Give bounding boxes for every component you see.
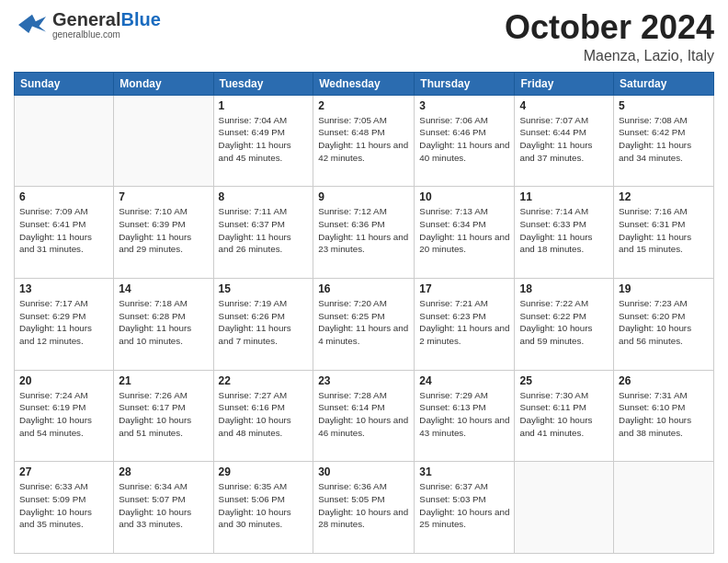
weekday-header-saturday: Saturday: [614, 72, 714, 95]
calendar-cell: 18Sunrise: 7:22 AMSunset: 6:22 PMDayligh…: [515, 278, 614, 370]
calendar-cell: 5Sunrise: 7:08 AMSunset: 6:42 PMDaylight…: [614, 95, 714, 187]
day-info: Sunrise: 7:04 AMSunset: 6:49 PMDaylight:…: [219, 114, 309, 165]
day-info: Sunrise: 6:34 AMSunset: 5:07 PMDaylight:…: [119, 480, 208, 531]
day-number: 15: [219, 282, 309, 295]
day-info: Sunrise: 7:08 AMSunset: 6:42 PMDaylight:…: [619, 114, 709, 165]
calendar-cell: 21Sunrise: 7:26 AMSunset: 6:17 PMDayligh…: [114, 370, 213, 462]
calendar-cell: 19Sunrise: 7:23 AMSunset: 6:20 PMDayligh…: [614, 278, 714, 370]
calendar-cell: 20Sunrise: 7:24 AMSunset: 6:19 PMDayligh…: [15, 370, 114, 462]
day-info: Sunrise: 7:12 AMSunset: 6:36 PMDaylight:…: [318, 205, 409, 256]
day-info: Sunrise: 7:18 AMSunset: 6:28 PMDaylight:…: [119, 297, 208, 348]
day-info: Sunrise: 7:26 AMSunset: 6:17 PMDaylight:…: [119, 389, 208, 440]
calendar-cell: 24Sunrise: 7:29 AMSunset: 6:13 PMDayligh…: [415, 370, 515, 462]
weekday-header-friday: Friday: [515, 72, 614, 95]
calendar-cell: 7Sunrise: 7:10 AMSunset: 6:39 PMDaylight…: [114, 187, 213, 279]
calendar-table: SundayMondayTuesdayWednesdayThursdayFrid…: [14, 72, 714, 554]
day-number: 13: [19, 282, 108, 295]
calendar-cell: 9Sunrise: 7:12 AMSunset: 6:36 PMDaylight…: [313, 187, 415, 279]
weekday-header-wednesday: Wednesday: [313, 72, 415, 95]
calendar-cell: 22Sunrise: 7:27 AMSunset: 6:16 PMDayligh…: [213, 370, 313, 462]
calendar-cell: 27Sunrise: 6:33 AMSunset: 5:09 PMDayligh…: [15, 462, 114, 554]
day-info: Sunrise: 7:28 AMSunset: 6:14 PMDaylight:…: [318, 389, 409, 440]
month-title: October 2024: [505, 9, 714, 46]
day-info: Sunrise: 7:09 AMSunset: 6:41 PMDaylight:…: [19, 205, 108, 256]
day-number: 9: [318, 190, 409, 203]
day-number: 14: [119, 282, 208, 295]
calendar-cell: 13Sunrise: 7:17 AMSunset: 6:29 PMDayligh…: [15, 278, 114, 370]
calendar-cell: 28Sunrise: 6:34 AMSunset: 5:07 PMDayligh…: [114, 462, 213, 554]
day-info: Sunrise: 7:19 AMSunset: 6:26 PMDaylight:…: [219, 297, 309, 348]
day-info: Sunrise: 7:30 AMSunset: 6:11 PMDaylight:…: [519, 389, 609, 440]
day-info: Sunrise: 7:10 AMSunset: 6:39 PMDaylight:…: [119, 205, 208, 256]
calendar-cell: [15, 95, 114, 187]
day-info: Sunrise: 6:33 AMSunset: 5:09 PMDaylight:…: [19, 480, 108, 531]
calendar-cell: 26Sunrise: 7:31 AMSunset: 6:10 PMDayligh…: [614, 370, 714, 462]
day-info: Sunrise: 7:17 AMSunset: 6:29 PMDaylight:…: [19, 297, 108, 348]
day-number: 1: [219, 99, 309, 112]
weekday-header-tuesday: Tuesday: [213, 72, 313, 95]
calendar-cell: 10Sunrise: 7:13 AMSunset: 6:34 PMDayligh…: [415, 187, 515, 279]
day-info: Sunrise: 7:16 AMSunset: 6:31 PMDaylight:…: [619, 205, 709, 256]
day-info: Sunrise: 7:06 AMSunset: 6:46 PMDaylight:…: [419, 114, 509, 165]
calendar-cell: [515, 462, 614, 554]
day-number: 20: [19, 374, 108, 387]
day-info: Sunrise: 7:21 AMSunset: 6:23 PMDaylight:…: [419, 297, 509, 348]
calendar-cell: 23Sunrise: 7:28 AMSunset: 6:14 PMDayligh…: [313, 370, 415, 462]
day-number: 22: [219, 374, 309, 387]
day-number: 8: [219, 190, 309, 203]
day-number: 7: [119, 190, 208, 203]
calendar-cell: 6Sunrise: 7:09 AMSunset: 6:41 PMDaylight…: [15, 187, 114, 279]
calendar-cell: 14Sunrise: 7:18 AMSunset: 6:28 PMDayligh…: [114, 278, 213, 370]
calendar-cell: 11Sunrise: 7:14 AMSunset: 6:33 PMDayligh…: [515, 187, 614, 279]
day-info: Sunrise: 7:05 AMSunset: 6:48 PMDaylight:…: [318, 114, 409, 165]
day-number: 26: [619, 374, 709, 387]
day-info: Sunrise: 7:11 AMSunset: 6:37 PMDaylight:…: [219, 205, 309, 256]
calendar-cell: 29Sunrise: 6:35 AMSunset: 5:06 PMDayligh…: [213, 462, 313, 554]
svg-marker-0: [18, 14, 46, 32]
calendar-cell: 4Sunrise: 7:07 AMSunset: 6:44 PMDaylight…: [515, 95, 614, 187]
day-info: Sunrise: 6:37 AMSunset: 5:03 PMDaylight:…: [419, 480, 509, 531]
location-title: Maenza, Lazio, Italy: [505, 48, 714, 64]
day-number: 16: [318, 282, 409, 295]
weekday-header-monday: Monday: [114, 72, 213, 95]
day-info: Sunrise: 7:29 AMSunset: 6:13 PMDaylight:…: [419, 389, 509, 440]
day-number: 27: [19, 465, 108, 478]
calendar-cell: 2Sunrise: 7:05 AMSunset: 6:48 PMDaylight…: [313, 95, 415, 187]
day-info: Sunrise: 7:24 AMSunset: 6:19 PMDaylight:…: [19, 389, 108, 440]
calendar-cell: 3Sunrise: 7:06 AMSunset: 6:46 PMDaylight…: [415, 95, 515, 187]
calendar-cell: [114, 95, 213, 187]
day-info: Sunrise: 7:22 AMSunset: 6:22 PMDaylight:…: [519, 297, 609, 348]
logo-icon: [14, 11, 51, 39]
day-number: 18: [519, 282, 609, 295]
calendar-cell: 31Sunrise: 6:37 AMSunset: 5:03 PMDayligh…: [415, 462, 515, 554]
day-number: 3: [419, 99, 509, 112]
day-number: 5: [619, 99, 709, 112]
weekday-header-sunday: Sunday: [15, 72, 114, 95]
calendar-cell: 25Sunrise: 7:30 AMSunset: 6:11 PMDayligh…: [515, 370, 614, 462]
day-info: Sunrise: 7:31 AMSunset: 6:10 PMDaylight:…: [619, 389, 709, 440]
day-info: Sunrise: 7:07 AMSunset: 6:44 PMDaylight:…: [519, 114, 609, 165]
calendar-cell: 12Sunrise: 7:16 AMSunset: 6:31 PMDayligh…: [614, 187, 714, 279]
day-number: 29: [219, 465, 309, 478]
calendar-cell: 8Sunrise: 7:11 AMSunset: 6:37 PMDaylight…: [213, 187, 313, 279]
day-number: 11: [519, 190, 609, 203]
weekday-header-thursday: Thursday: [415, 72, 515, 95]
calendar-cell: 15Sunrise: 7:19 AMSunset: 6:26 PMDayligh…: [213, 278, 313, 370]
day-info: Sunrise: 7:20 AMSunset: 6:25 PMDaylight:…: [318, 297, 409, 348]
calendar-cell: 30Sunrise: 6:36 AMSunset: 5:05 PMDayligh…: [313, 462, 415, 554]
day-info: Sunrise: 7:23 AMSunset: 6:20 PMDaylight:…: [619, 297, 709, 348]
calendar-cell: 17Sunrise: 7:21 AMSunset: 6:23 PMDayligh…: [415, 278, 515, 370]
day-info: Sunrise: 7:27 AMSunset: 6:16 PMDaylight:…: [219, 389, 309, 440]
title-block: October 2024 Maenza, Lazio, Italy: [505, 9, 714, 64]
calendar-cell: 1Sunrise: 7:04 AMSunset: 6:49 PMDaylight…: [213, 95, 313, 187]
day-number: 24: [419, 374, 509, 387]
logo-text: GeneralBlue: [52, 9, 161, 29]
page-header: GeneralBlue generalblue.com October 2024…: [14, 9, 714, 64]
calendar-cell: [614, 462, 714, 554]
day-number: 17: [419, 282, 509, 295]
day-number: 31: [419, 465, 509, 478]
day-number: 30: [318, 465, 409, 478]
day-info: Sunrise: 6:35 AMSunset: 5:06 PMDaylight:…: [219, 480, 309, 531]
day-info: Sunrise: 7:13 AMSunset: 6:34 PMDaylight:…: [419, 205, 509, 256]
day-number: 6: [19, 190, 108, 203]
